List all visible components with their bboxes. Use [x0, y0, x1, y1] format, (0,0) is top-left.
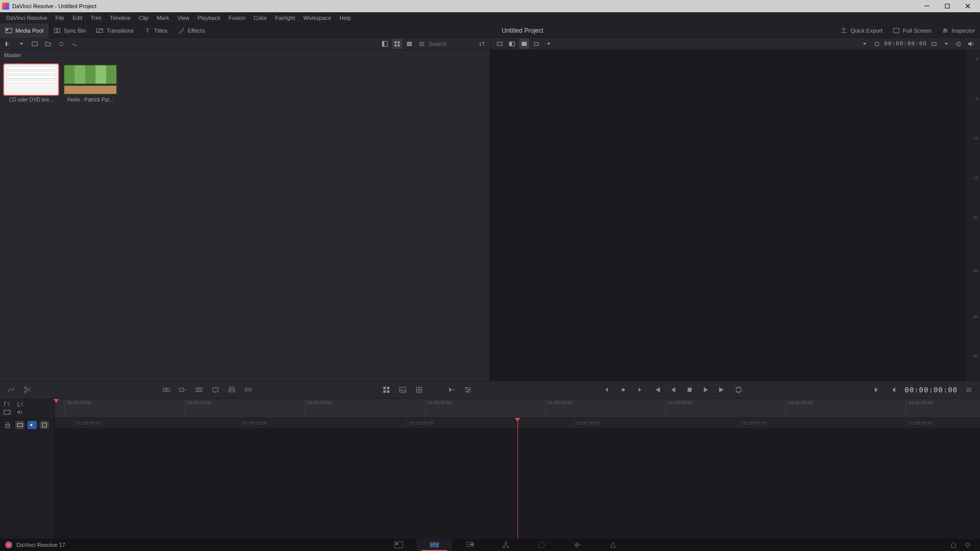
image-button[interactable] — [397, 384, 409, 396]
edit-page-button[interactable] — [452, 539, 488, 551]
media-page-button[interactable] — [381, 539, 416, 551]
fairlight-page-button[interactable] — [559, 539, 595, 551]
viewer-aspect-dropdown[interactable] — [544, 39, 554, 49]
clip-item[interactable]: Feels - Patrick Pat... — [63, 64, 117, 103]
quick-export-button[interactable]: Quick Export — [835, 23, 888, 38]
sync-button[interactable] — [56, 39, 66, 49]
play-reverse-button[interactable] — [667, 384, 679, 396]
stop-button[interactable] — [683, 384, 696, 396]
color-page-button[interactable] — [524, 539, 559, 551]
viewer-canvas[interactable] — [490, 50, 966, 381]
clip-item[interactable]: CD oder DVD bre... — [4, 64, 58, 103]
audio-enable-button[interactable] — [28, 421, 37, 429]
thumbnail-view-button[interactable] — [392, 39, 402, 49]
viewer-aspect-button[interactable] — [531, 39, 542, 49]
menu-davinci-resolve[interactable]: DaVinci Resolve — [2, 12, 52, 23]
close-up-button[interactable] — [209, 384, 222, 396]
track-select-down-button[interactable] — [15, 400, 26, 408]
play-button[interactable] — [700, 384, 712, 396]
menu-playback[interactable]: Playback — [193, 12, 225, 23]
mini-ruler[interactable]: 01:00:00:00 01:00:10:00 01:00:20:00 01:0… — [55, 399, 980, 417]
menu-workspace[interactable]: Workspace — [299, 12, 335, 23]
metadata-view-button[interactable] — [380, 39, 390, 49]
append-button[interactable] — [177, 384, 189, 396]
timeline-playhead[interactable] — [518, 418, 518, 539]
list-view-button[interactable] — [416, 39, 427, 49]
smart-insert-button[interactable] — [160, 384, 173, 396]
single-viewer-button[interactable] — [507, 39, 517, 49]
lock-track-button[interactable] — [3, 421, 12, 429]
fusion-page-button[interactable] — [488, 539, 524, 551]
jog-prev-button[interactable] — [601, 384, 613, 396]
menu-timeline[interactable]: Timeline — [106, 12, 135, 23]
safe-area-button[interactable] — [872, 39, 882, 49]
timeline-timecode[interactable]: 00:00:00:00 — [904, 386, 958, 394]
timeline-tracks[interactable]: 01:00:00:00 01:00:10:00 01:00:20:00 01:0… — [55, 418, 980, 539]
place-on-top-button[interactable] — [226, 384, 238, 396]
menu-mark[interactable]: Mark — [153, 12, 173, 23]
boring-detector-button[interactable] — [5, 384, 17, 396]
home-button[interactable] — [946, 539, 961, 551]
menu-fairlight[interactable]: Fairlight — [271, 12, 299, 23]
go-to-start-button[interactable] — [651, 384, 663, 396]
menu-help[interactable]: Help — [335, 12, 355, 23]
go-to-end-button[interactable] — [716, 384, 728, 396]
bin-breadcrumb[interactable]: Master — [0, 50, 489, 60]
cut-page-button[interactable] — [416, 539, 452, 551]
viewer-timecode[interactable]: 00:00:00:00 — [884, 40, 927, 47]
viewer-dropdown[interactable] — [860, 39, 870, 49]
menu-fusion[interactable]: Fusion — [225, 12, 250, 23]
menu-clip[interactable]: Clip — [135, 12, 153, 23]
menu-file[interactable]: File — [52, 12, 69, 23]
stabilize-button[interactable] — [69, 39, 80, 49]
search-input[interactable] — [429, 41, 475, 47]
source-overwrite-button[interactable] — [242, 384, 254, 396]
sync-bin-button[interactable]: Sync Bin — [48, 23, 91, 38]
maximize-button[interactable] — [937, 0, 958, 12]
mini-playhead[interactable] — [56, 399, 59, 403]
menu-view[interactable]: View — [173, 12, 193, 23]
project-settings-button[interactable] — [961, 539, 975, 551]
track-select-up-button[interactable] — [2, 400, 12, 408]
sort-button[interactable] — [477, 39, 487, 49]
menu-edit[interactable]: Edit — [68, 12, 86, 23]
menu-color[interactable]: Color — [250, 12, 271, 23]
bypass-button[interactable] — [953, 39, 964, 49]
tools-button[interactable] — [380, 384, 393, 396]
full-screen-button[interactable]: Full Screen — [888, 23, 937, 38]
titles-button[interactable]: T Titles — [139, 23, 173, 38]
media-pool-button[interactable]: Media Pool — [0, 23, 48, 38]
audio-track-button[interactable] — [15, 409, 26, 416]
prev-edit-button[interactable] — [887, 384, 899, 396]
menu-trim[interactable]: Trim — [86, 12, 106, 23]
dual-viewer-button[interactable] — [519, 39, 529, 49]
options-button[interactable] — [929, 39, 939, 49]
bin-dropdown-button[interactable] — [16, 39, 27, 49]
import-media-button[interactable] — [30, 39, 40, 49]
source-tape-button[interactable] — [495, 39, 505, 49]
video-enable-button[interactable] — [15, 421, 24, 429]
transform-button[interactable] — [413, 384, 425, 396]
video-track-button[interactable] — [2, 409, 12, 416]
strip-view-button[interactable] — [404, 39, 414, 49]
inspector-button[interactable]: Inspector — [937, 23, 980, 38]
next-edit-button[interactable] — [871, 384, 883, 396]
audio-toggle-button[interactable] — [966, 39, 976, 49]
fast-review-button[interactable] — [446, 384, 458, 396]
timeline-options-button[interactable] — [462, 384, 474, 396]
close-button[interactable] — [958, 0, 978, 12]
timeline-menu-button[interactable] — [963, 384, 975, 396]
options-dropdown[interactable] — [941, 39, 951, 49]
split-button[interactable] — [21, 384, 34, 396]
effects-button[interactable]: Effects — [173, 23, 210, 38]
mute-button[interactable] — [40, 421, 49, 429]
ruler-mark: 01:00:00:00 — [64, 399, 91, 417]
loop-button[interactable] — [732, 384, 745, 396]
ripple-overwrite-button[interactable] — [193, 384, 205, 396]
bin-list-toggle-button[interactable] — [3, 39, 13, 49]
jog-next-button[interactable] — [633, 384, 646, 396]
minimize-button[interactable] — [917, 0, 937, 12]
transitions-button[interactable]: Transitions — [91, 23, 138, 38]
import-folder-button[interactable] — [43, 39, 53, 49]
deliver-page-button[interactable] — [595, 539, 631, 551]
